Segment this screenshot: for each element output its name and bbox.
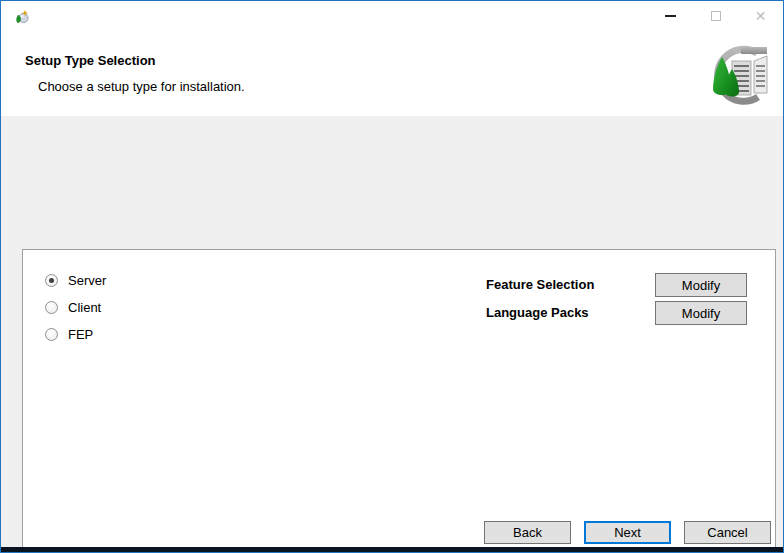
close-icon: ✕ [755,9,767,23]
header-section: ✕ Setup Type Selection Choose a setup ty… [1,1,783,116]
feature-selection-modify-button[interactable]: Modify [655,273,747,297]
page-title: Setup Type Selection [25,53,156,68]
cancel-button[interactable]: Cancel [684,521,771,544]
radio-option-server[interactable]: Server [45,273,106,288]
window-controls: ✕ [648,1,783,31]
setup-type-panel: Server Client FEP Feature Selection Modi… [22,249,776,553]
installer-package-icon [14,9,30,25]
close-button[interactable]: ✕ [738,1,783,31]
radio-icon[interactable] [45,301,58,314]
language-packs-label: Language Packs [486,305,589,320]
maximize-icon [711,11,721,21]
minimize-button[interactable] [648,1,693,31]
feature-selection-label: Feature Selection [486,277,594,292]
installer-window: ✕ Setup Type Selection Choose a setup ty… [0,0,784,553]
radio-icon[interactable] [45,274,58,287]
radio-icon[interactable] [45,328,58,341]
radio-option-fep[interactable]: FEP [45,327,93,342]
radio-option-client[interactable]: Client [45,300,101,315]
minimize-icon [665,15,676,17]
page-subtitle: Choose a setup type for installation. [38,79,245,94]
window-bottom-edge [1,547,783,552]
radio-label[interactable]: Server [68,273,106,288]
content-area: Server Client FEP Feature Selection Modi… [1,116,783,552]
maximize-button[interactable] [693,1,738,31]
language-packs-modify-button[interactable]: Modify [655,301,747,325]
radio-label[interactable]: Client [68,300,101,315]
radio-label[interactable]: FEP [68,327,93,342]
titlebar[interactable]: ✕ [1,1,783,31]
product-logo-icon [705,45,771,107]
next-button[interactable]: Next [584,521,671,544]
back-button[interactable]: Back [484,521,571,544]
